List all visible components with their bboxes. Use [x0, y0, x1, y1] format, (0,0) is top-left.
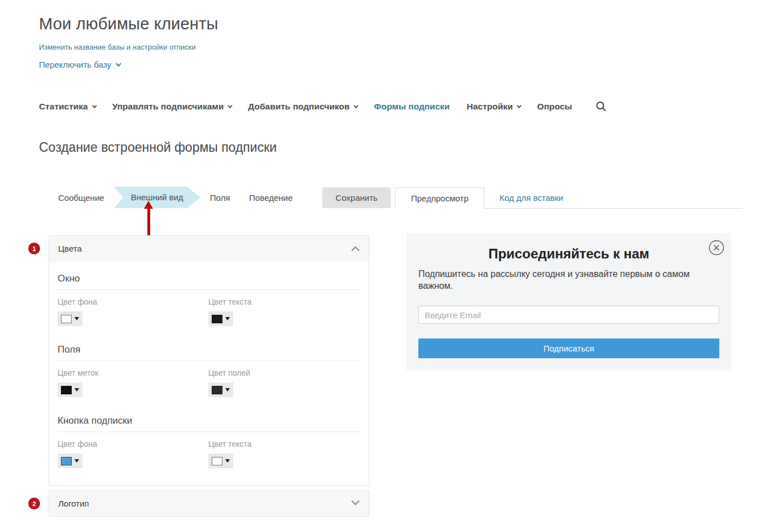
- preview-form-description: Подпишитесь на рассылку сегодня и узнава…: [418, 268, 713, 292]
- tab-embed-code[interactable]: Код для вставки: [484, 187, 579, 208]
- step-appearance[interactable]: Внешний вид: [114, 187, 200, 208]
- tab-preview[interactable]: Предпросмотр: [395, 187, 484, 209]
- chevron-down-icon: [92, 103, 97, 108]
- nav-label: Настройки: [467, 102, 513, 112]
- caret-down-icon: [225, 388, 230, 392]
- nav-label: Добавить подписчиков: [248, 102, 349, 112]
- switch-database-label: Переключить базу: [39, 60, 111, 69]
- color-field-labels: Цвет меток: [58, 368, 208, 397]
- color-picker-window-bg[interactable]: [58, 311, 82, 326]
- page-title: Создание встроенной формы подписки: [39, 140, 742, 155]
- color-swatch: [212, 457, 222, 465]
- arrow-stem: [147, 209, 150, 237]
- email-field[interactable]: [418, 306, 719, 324]
- field-label: Цвет фона: [58, 297, 208, 306]
- edit-database-link[interactable]: Изменить название базы и настройки отпис…: [39, 43, 196, 51]
- color-field-window-text: Цвет текста: [208, 297, 360, 326]
- group-title: Поля: [58, 344, 360, 355]
- color-field-button-text: Цвет текста: [208, 439, 360, 468]
- main-navigation: Статистика Управлять подписчиками Добави…: [39, 101, 742, 112]
- preview-tab-bar: Предпросмотр Код для вставки: [395, 187, 742, 209]
- caret-down-icon: [225, 459, 230, 463]
- database-title: Мои любимые клиенты: [39, 15, 742, 33]
- chevron-down-icon: [116, 61, 121, 67]
- accordion-logo: 2 Логотип: [49, 490, 369, 517]
- accordion-colors: 1 Цвета Окно Цвет фона: [49, 235, 369, 486]
- subscribe-button[interactable]: Подписаться: [418, 338, 719, 358]
- color-field-window-bg: Цвет фона: [58, 297, 208, 326]
- nav-label: Управлять подписчиками: [112, 102, 224, 112]
- caret-down-icon: [225, 317, 230, 320]
- field-label: Цвет меток: [58, 368, 208, 377]
- color-picker-button-bg[interactable]: [58, 454, 82, 468]
- divider: [58, 289, 360, 290]
- group-title: Кнопка подписки: [58, 415, 360, 427]
- color-picker-labels[interactable]: [58, 382, 82, 397]
- divider: [58, 432, 360, 432]
- color-field-inputs: Цвет полей: [208, 368, 360, 397]
- color-swatch: [61, 315, 72, 323]
- form-editor-column: Сообщение Внешний вид Поля Поведение Сох…: [49, 187, 369, 517]
- nav-label: Статистика: [39, 102, 88, 112]
- accordion-title: Цвета: [58, 244, 82, 253]
- color-swatch: [61, 457, 72, 465]
- accordion-title: Логотип: [58, 499, 89, 508]
- field-label: Цвет полей: [208, 368, 360, 377]
- annotation-badge-1: 1: [28, 243, 40, 254]
- chevron-down-icon: [351, 497, 360, 506]
- preview-column: Предпросмотр Код для вставки Присоединяй…: [395, 187, 742, 517]
- nav-settings[interactable]: Настройки: [467, 102, 521, 112]
- step-fields[interactable]: Поля: [200, 193, 240, 203]
- field-label: Цвет фона: [58, 439, 208, 449]
- step-message[interactable]: Сообщение: [49, 193, 114, 203]
- color-group-window: Окно Цвет фона Цвет текст: [58, 273, 360, 326]
- content-columns: Сообщение Внешний вид Поля Поведение Сох…: [39, 187, 742, 517]
- step-behavior[interactable]: Поведение: [239, 193, 302, 203]
- color-picker-window-text[interactable]: [208, 311, 233, 326]
- chevron-down-icon: [517, 103, 521, 108]
- page: Мои любимые клиенты Изменить название ба…: [0, 0, 769, 517]
- chevron-down-icon: [228, 103, 232, 108]
- annotation-badge-2: 2: [28, 498, 40, 509]
- subscription-form-preview: Присоединяйтесь к нам Подпишитесь на рас…: [407, 233, 731, 371]
- nav-add-subscribers[interactable]: Добавить подписчиков: [248, 102, 357, 112]
- divider: [58, 360, 360, 361]
- field-label: Цвет текста: [208, 439, 360, 449]
- search-icon[interactable]: [596, 101, 606, 112]
- caret-down-icon: [75, 459, 79, 463]
- color-swatch: [61, 386, 72, 394]
- field-label: Цвет текста: [208, 297, 360, 306]
- nav-subscription-forms[interactable]: Формы подписки: [374, 102, 449, 112]
- accordion-colors-body: Окно Цвет фона Цвет текст: [49, 261, 369, 485]
- color-swatch: [212, 315, 222, 323]
- nav-label: Формы подписки: [374, 102, 449, 112]
- chevron-down-icon: [353, 103, 358, 108]
- color-field-button-bg: Цвет фона: [58, 439, 208, 468]
- color-group-fields: Поля Цвет меток Цвет поле: [58, 344, 360, 397]
- nav-surveys[interactable]: Опросы: [537, 102, 572, 112]
- chevron-up-icon: [351, 246, 360, 255]
- switch-database-link[interactable]: Переключить базу: [39, 60, 120, 69]
- circle-x-icon[interactable]: [709, 240, 724, 256]
- nav-statistics[interactable]: Статистика: [39, 102, 95, 112]
- color-group-subscribe-button: Кнопка подписки Цвет фона: [58, 415, 360, 468]
- nav-label: Опросы: [537, 102, 572, 112]
- save-button[interactable]: Сохранить: [322, 187, 391, 208]
- caret-down-icon: [75, 388, 79, 392]
- accordion-colors-header[interactable]: Цвета: [49, 236, 369, 261]
- wizard-steps: Сообщение Внешний вид Поля Поведение Сох…: [49, 187, 369, 208]
- preview-form-title: Присоединяйтесь к нам: [418, 246, 719, 262]
- accordion-logo-header[interactable]: Логотип: [49, 491, 369, 516]
- color-swatch: [212, 386, 222, 394]
- color-picker-button-text[interactable]: [208, 454, 233, 468]
- caret-down-icon: [75, 317, 79, 320]
- color-picker-inputs[interactable]: [208, 382, 233, 397]
- nav-manage-subscribers[interactable]: Управлять подписчиками: [112, 102, 231, 112]
- group-title: Окно: [58, 273, 360, 284]
